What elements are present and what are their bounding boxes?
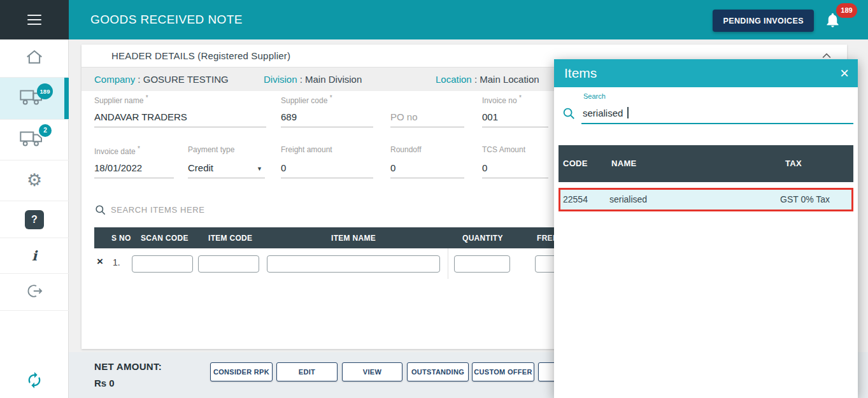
- items-search-input[interactable]: [111, 201, 404, 218]
- col-s-no: S NO: [111, 234, 131, 243]
- item-name-input[interactable]: [267, 255, 440, 273]
- row-serial-no: 1.: [113, 257, 120, 267]
- po-no-field[interactable]: PO no: [390, 93, 464, 127]
- col-scan-code: SCAN CODE: [141, 234, 189, 243]
- view-button[interactable]: VIEW: [342, 362, 402, 381]
- roundoff-field[interactable]: Roundoff 0: [390, 144, 464, 178]
- location-info: Location : Main Location: [436, 68, 539, 91]
- info-icon: i: [32, 248, 37, 264]
- section-title: HEADER DETAILS (Registered Supplier): [111, 50, 290, 61]
- hamburger-menu-button[interactable]: [0, 0, 69, 39]
- item-code: 22554: [563, 190, 588, 210]
- orders-count-badge: 2: [39, 124, 52, 137]
- col-code: CODE: [563, 159, 588, 168]
- text-caret: [627, 107, 629, 118]
- active-indicator: [64, 78, 69, 119]
- dropdown-arrow-icon[interactable]: ▼: [257, 166, 262, 172]
- division-info: Division : Main Division: [264, 68, 362, 91]
- tcs-amount-field[interactable]: TCS Amount 0: [482, 144, 548, 178]
- sync-refresh-icon[interactable]: [0, 366, 69, 394]
- quantity-input[interactable]: [454, 255, 510, 273]
- consider-rpk-button[interactable]: CONSIDER RPK: [210, 362, 273, 381]
- sidebar-item-home[interactable]: [0, 39, 69, 78]
- topbar: GOODS RECEIVED NOTE PENDING INVOICES 189: [69, 0, 868, 39]
- col-item-code: ITEM CODE: [208, 234, 252, 243]
- clear-row-icon[interactable]: ×: [97, 255, 103, 268]
- net-amount-label: NET AMOUNT:: [94, 361, 162, 372]
- supplier-name-field[interactable]: Supplier name * ANDAVAR TRADERS: [94, 93, 266, 127]
- sidebar-item-help[interactable]: ?: [0, 201, 69, 238]
- panel-search-value: serialised: [583, 108, 623, 118]
- col-item-name: ITEM NAME: [331, 234, 376, 243]
- sidebar-item-logout[interactable]: [0, 274, 69, 311]
- home-icon: [25, 48, 44, 69]
- freight-amount-field[interactable]: Freight amount 0: [281, 144, 373, 178]
- panel-search-input[interactable]: serialised: [581, 99, 853, 124]
- item-code-input[interactable]: [198, 255, 259, 273]
- item-result-row[interactable]: 22554 serialised GST 0% Tax: [559, 188, 853, 211]
- hamburger-icon: [27, 11, 41, 28]
- invoice-date-field[interactable]: Invoice date * 18/01/2022: [94, 144, 174, 178]
- items-panel-header: Items ×: [554, 59, 858, 87]
- items-panel-title: Items: [564, 59, 597, 87]
- column-divider: [448, 248, 448, 279]
- edit-button[interactable]: EDIT: [276, 362, 338, 381]
- outstanding-button[interactable]: OUTSTANDING: [407, 362, 469, 381]
- grn-count-badge: 189: [37, 83, 53, 99]
- col-tax: TAX: [785, 159, 802, 168]
- item-name: serialised: [609, 190, 647, 210]
- sidebar-item-info[interactable]: i: [0, 238, 69, 274]
- company-info: Company : GOSURE TESTING: [94, 68, 229, 91]
- page-title: GOODS RECEIVED NOTE: [90, 0, 243, 39]
- payment-type-select[interactable]: Payment type Credit ▼: [188, 144, 265, 178]
- items-panel: Items × Search serialised CODE NAME TAX …: [554, 59, 858, 398]
- supplier-code-field[interactable]: Supplier code * 689: [281, 93, 373, 127]
- help-icon: ?: [25, 210, 44, 229]
- results-table-header: CODE NAME TAX: [559, 145, 853, 182]
- invoice-no-field[interactable]: Invoice no * 001: [482, 93, 548, 127]
- notifications-count-badge: 189: [836, 3, 857, 18]
- net-amount-value: Rs 0: [94, 378, 115, 388]
- pending-invoices-button[interactable]: PENDING INVOICES: [713, 10, 814, 32]
- custom-offer-button[interactable]: CUSTOM OFFER: [472, 362, 534, 381]
- logout-icon: [25, 282, 43, 302]
- gear-icon: ⚙: [27, 172, 42, 189]
- sidebar-item-settings[interactable]: ⚙: [0, 160, 69, 201]
- close-icon[interactable]: ×: [840, 59, 849, 87]
- col-quantity: QUANTITY: [462, 234, 503, 243]
- scan-code-input[interactable]: [132, 255, 193, 273]
- sidebar-item-goods-received[interactable]: 189: [0, 78, 69, 120]
- sidebar-item-orders[interactable]: 2: [0, 120, 69, 160]
- item-tax: GST 0% Tax: [780, 190, 830, 210]
- sidebar: 189 2 ⚙ ? i: [0, 0, 69, 398]
- col-name: NAME: [611, 159, 636, 168]
- search-icon: [94, 204, 106, 216]
- search-icon: [562, 106, 576, 120]
